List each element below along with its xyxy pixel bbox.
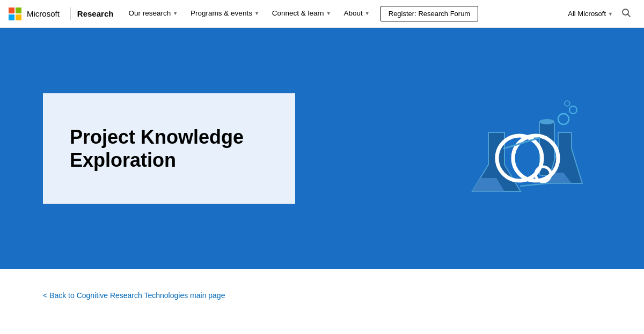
nav-item-connect-learn[interactable]: Connect & learn ▼ <box>266 0 338 28</box>
nav-item-about[interactable]: About ▼ <box>338 0 376 28</box>
hero-title-line2: Exploration <box>70 149 176 171</box>
about-label: About <box>344 9 363 17</box>
svg-line-11 <box>521 183 547 186</box>
chemistry-illustration <box>456 79 596 218</box>
connect-learn-chevron: ▼ <box>326 11 331 16</box>
svg-point-3 <box>539 119 554 124</box>
svg-point-8 <box>569 106 577 114</box>
microsoft-label: Microsoft <box>27 9 60 18</box>
nav-items: Our research ▼ Programs & events ▼ Conne… <box>122 0 568 28</box>
content-area: < Back to Cognitive Research Technologie… <box>0 269 644 322</box>
nav-right: All Microsoft ▼ <box>568 6 635 22</box>
ms-logo <box>9 8 21 20</box>
nav-item-programs-events[interactable]: Programs & events ▼ <box>184 0 266 28</box>
back-link[interactable]: < Back to Cognitive Research Technologie… <box>43 291 225 300</box>
ms-logo-red <box>9 8 14 13</box>
register-button[interactable]: Register: Research Forum <box>380 6 478 21</box>
navbar: Microsoft Research Our research ▼ Progra… <box>0 0 644 28</box>
ms-logo-yellow <box>16 14 21 20</box>
ms-logo-blue <box>9 14 14 20</box>
search-icon <box>621 8 631 18</box>
programs-events-chevron: ▼ <box>254 11 259 16</box>
all-microsoft-chevron: ▼ <box>608 11 613 17</box>
hero-title: Project Knowledge Exploration <box>70 125 268 172</box>
svg-point-7 <box>558 114 569 124</box>
microsoft-logo-link[interactable]: Microsoft <box>9 8 60 20</box>
research-brand[interactable]: Research <box>77 9 114 18</box>
svg-point-9 <box>565 101 570 106</box>
our-research-label: Our research <box>128 9 171 17</box>
hero-title-line1: Project Knowledge <box>70 126 244 148</box>
ms-logo-green <box>16 8 21 13</box>
all-microsoft-menu[interactable]: All Microsoft ▼ <box>568 10 613 18</box>
hero-illustration <box>451 73 601 224</box>
nav-divider <box>70 8 71 20</box>
programs-events-label: Programs & events <box>191 9 252 17</box>
hero-section: Project Knowledge Exploration <box>0 28 644 269</box>
about-chevron: ▼ <box>365 11 370 16</box>
hero-card: Project Knowledge Exploration <box>43 93 295 204</box>
all-microsoft-label: All Microsoft <box>568 10 606 18</box>
svg-line-1 <box>628 14 631 17</box>
search-button[interactable] <box>617 6 635 22</box>
nav-item-our-research[interactable]: Our research ▼ <box>122 0 184 28</box>
connect-learn-label: Connect & learn <box>272 9 324 17</box>
our-research-chevron: ▼ <box>173 11 178 16</box>
